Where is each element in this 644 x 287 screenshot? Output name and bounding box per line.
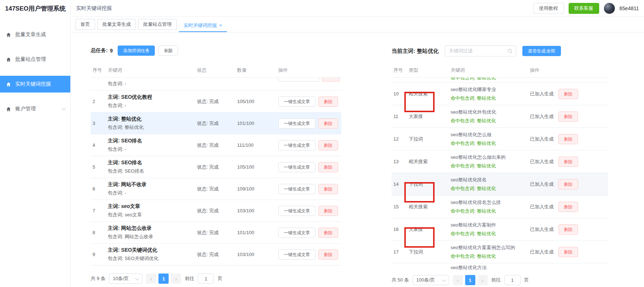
keyword-filter-input[interactable]: 关键词过滤: [445, 46, 516, 56]
username: 65e4811: [620, 5, 640, 11]
task-row[interactable]: 7 主词: seo文章包含词: seo文章 状态: 完成 103/100 一键生…: [91, 200, 341, 222]
row-status: 状态: 完成: [195, 251, 235, 258]
page-label: 页: [217, 275, 222, 282]
generate-article-button-clipped[interactable]: [278, 78, 319, 82]
contains-word: 包含词: 网站怎么收录: [108, 233, 195, 240]
keyword-row[interactable]: 11 大家搜 seo整站优化外包优化命中包含词: 整站优化 已加入生成删除: [392, 105, 608, 128]
delete-button[interactable]: 删除: [558, 179, 578, 189]
col-actions: 操作: [528, 67, 608, 74]
keyword-row[interactable]: 10 相关搜索 seo整站优化哪家专业命中包含词: 整站优化 已加入生成删除: [392, 83, 608, 105]
generate-article-button[interactable]: 一键生成文章: [278, 249, 315, 260]
prev-page-button[interactable]: ‹: [453, 275, 463, 285]
delete-button-clipped[interactable]: [322, 78, 340, 82]
tab-batch-article[interactable]: 批量文章生成: [97, 19, 136, 30]
tab-home[interactable]: 首页: [75, 19, 95, 30]
generation-filter-button[interactable]: 是否生成:全部: [522, 46, 561, 56]
row-index: 16: [392, 227, 407, 232]
task-row-clipped: 包含词: -: [91, 78, 341, 91]
keyword-panel: 当前主词: 整站优化 关键词过滤 是否生成:全部 序号 类型 关键词 操作 命中…: [392, 46, 608, 285]
goto-page-input[interactable]: [198, 274, 214, 284]
sidebar: 147SEO用户管理系统 批量文章生成 批量站点管理 实时关键词挖掘 账户管理: [0, 0, 71, 287]
delete-button[interactable]: 删除: [558, 89, 578, 99]
generation-status: 已加入生成: [530, 249, 554, 255]
hit-contains-word: 命中包含词: 整站优化: [451, 208, 528, 215]
hit-contains-word: 命中包含词: 整站优化: [451, 163, 528, 169]
generate-article-button[interactable]: 一键生成文章: [278, 118, 315, 129]
generation-status: 已加入生成: [530, 181, 554, 188]
delete-button[interactable]: 删除: [318, 140, 338, 150]
keyword-row[interactable]: 15 相关搜索 seo整站优化排名怎么排命中包含词: 整站优化 已加入生成删除: [392, 196, 608, 218]
delete-button[interactable]: 删除: [318, 162, 338, 172]
delete-button[interactable]: 删除: [558, 224, 578, 235]
sidebar-item-keyword-mining[interactable]: 实时关键词挖掘: [0, 76, 70, 93]
goto-page-input[interactable]: [504, 275, 521, 285]
contact-support-button[interactable]: 联系客服: [569, 3, 599, 14]
generate-article-button[interactable]: 一键生成文章: [278, 162, 315, 172]
delete-button[interactable]: 删除: [558, 157, 578, 167]
task-row-selected[interactable]: 3 主词: 整站优化包含词: 整站优化 状态: 完成 101/100 一键生成文…: [91, 113, 341, 134]
sidebar-item-batch-article[interactable]: 批量文章生成: [0, 26, 70, 43]
keyword-text: seo整站优化外包优化: [451, 109, 528, 115]
refresh-button[interactable]: 刷新: [158, 46, 178, 56]
next-page-button[interactable]: ›: [171, 274, 181, 284]
pagination-total: 共 9 条: [91, 275, 105, 282]
tab-keyword-mining[interactable]: 实时关键词挖掘 ×: [179, 20, 227, 32]
delete-button[interactable]: 删除: [318, 97, 338, 107]
sidebar-item-label: 实时关键词挖掘: [15, 81, 51, 87]
tutorial-button[interactable]: 使用教程: [533, 3, 564, 14]
current-page[interactable]: 1: [465, 275, 475, 285]
generation-status: 已加入生成: [530, 226, 554, 233]
delete-button[interactable]: 删除: [318, 118, 338, 129]
delete-button[interactable]: 删除: [558, 134, 578, 144]
keyword-row[interactable]: 17 下拉词 seo整站优化方案案例怎么写的命中包含词: 整站优化 已加入生成删…: [392, 241, 608, 263]
close-icon[interactable]: ×: [219, 20, 222, 31]
sidebar-item-batch-site[interactable]: 批量站点管理: [0, 51, 70, 68]
keyword-row[interactable]: 13 相关搜索 seo整站优化怎么做出来的命中包含词: 整站优化 已加入生成删除: [392, 150, 608, 173]
goto-label: 前往: [491, 277, 501, 283]
keyword-text: seo整站优化怎么做: [451, 131, 528, 138]
keyword-row[interactable]: 12 下拉词 seo整站优化怎么做命中包含词: 整站优化 已加入生成删除: [392, 128, 608, 150]
contains-word: 包含词: SEO关键词优化: [108, 255, 195, 262]
sidebar-item-account[interactable]: 账户管理: [0, 101, 70, 117]
add-mining-task-button[interactable]: 添加挖词任务: [118, 46, 155, 56]
page-size-select[interactable]: 10条/页: [109, 274, 142, 284]
delete-button[interactable]: 删除: [558, 247, 578, 257]
task-row[interactable]: 8 主词: 网站怎么收录包含词: 网站怎么收录 状态: 完成 101/100 一…: [91, 222, 341, 244]
next-page-button[interactable]: ›: [478, 275, 488, 285]
keyword-row[interactable]: 14 下拉词 seo整站优化排名命中包含词: 整站优化 已加入生成删除: [392, 173, 608, 196]
task-row[interactable]: 9 主词: SEO关键词优化包含词: SEO关键词优化 状态: 完成 103/1…: [91, 244, 341, 266]
generate-article-button[interactable]: 一键生成文章: [278, 184, 315, 194]
current-page[interactable]: 1: [158, 274, 169, 284]
delete-button[interactable]: 删除: [318, 249, 338, 260]
generate-article-button[interactable]: 一键生成文章: [278, 228, 315, 238]
row-status: 状态: 完成: [195, 229, 235, 236]
task-row[interactable]: 2 主词: SEO优化教程包含词: - 状态: 完成 105/100 一键生成文…: [91, 91, 341, 113]
prev-page-button[interactable]: ‹: [146, 274, 156, 284]
row-count: 105/100: [235, 164, 276, 170]
page-size-select[interactable]: 100条/页: [413, 275, 449, 285]
row-status: 状态: 完成: [195, 164, 235, 170]
generate-article-button[interactable]: 一键生成文章: [278, 206, 315, 216]
delete-button[interactable]: 删除: [318, 184, 338, 194]
task-row[interactable]: 4 主词: SEO排名包含词: - 状态: 完成 111/100 一键生成文章删…: [91, 134, 341, 156]
delete-button[interactable]: 删除: [558, 111, 578, 122]
task-row[interactable]: 6 主词: 网站不收录包含词: - 状态: 完成 109/100 一键生成文章删…: [91, 178, 341, 200]
main-word: 主词: SEO排名: [108, 160, 195, 166]
row-count: 101/100: [235, 230, 276, 235]
generate-article-button[interactable]: 一键生成文章: [278, 140, 315, 150]
generate-article-button[interactable]: 一键生成文章: [278, 97, 315, 107]
task-row[interactable]: 5 主词: SEO排名包含词: SEO排名 状态: 完成 105/100 一键生…: [91, 156, 341, 178]
tab-bar: 首页 批量文章生成 批量站点管理 实时关键词挖掘 ×: [71, 17, 644, 32]
tab-batch-site[interactable]: 批量站点管理: [138, 19, 177, 30]
row-index: 9: [91, 252, 106, 257]
tab-label: 实时关键词挖掘: [184, 20, 217, 31]
keyword-text: seo整站优化方案案例怎么写的: [451, 244, 528, 251]
generation-status: 已加入生成: [530, 91, 554, 97]
delete-button[interactable]: 删除: [318, 228, 338, 238]
delete-button[interactable]: 删除: [558, 202, 578, 212]
total-tasks-label: 总任务:: [91, 47, 108, 54]
row-index: 4: [91, 142, 106, 148]
delete-button[interactable]: 删除: [318, 206, 338, 216]
avatar[interactable]: [604, 3, 615, 14]
keyword-row[interactable]: 16 大家搜 seo整站优化方案制作命中包含词: 整站优化 已加入生成删除: [392, 218, 608, 241]
